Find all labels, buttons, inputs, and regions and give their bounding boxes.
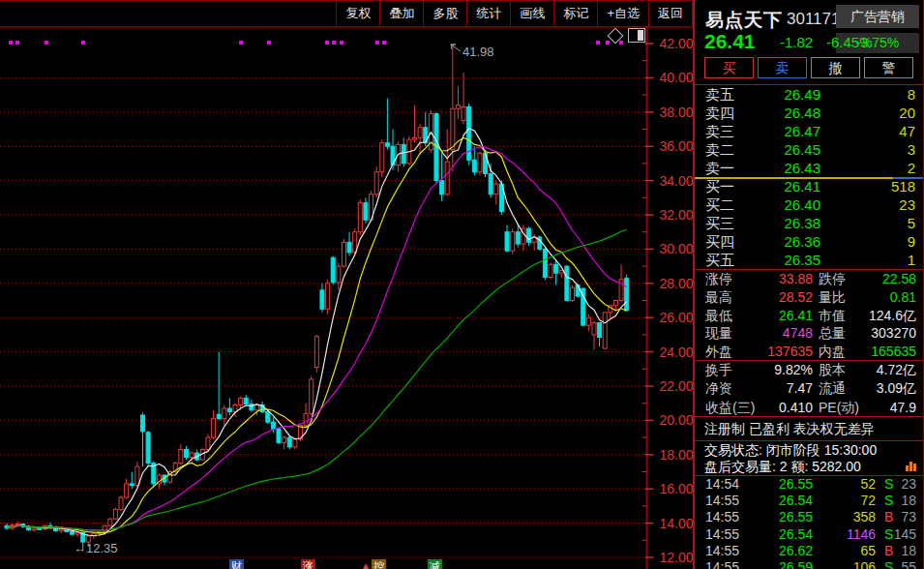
toolbar-button-biaoji[interactable]: 标记 — [553, 1, 597, 26]
stat-label: 量比 — [819, 288, 846, 307]
event-badge[interactable]: 减 — [428, 559, 442, 569]
mini-chart-icon[interactable] — [906, 460, 917, 471]
time-and-sales[interactable]: 14:54 26.55 52 S 2314:55 26.54 72 S 1814… — [695, 476, 923, 569]
tick-side: S — [884, 559, 893, 569]
stat-label: 内盘 — [819, 343, 846, 361]
last-price: 26.41 — [704, 30, 756, 53]
book-price[interactable]: 26.38 — [695, 214, 820, 232]
book-price[interactable]: 26.45 — [695, 140, 820, 159]
tick-count: 55 — [901, 559, 916, 569]
event-badge[interactable]: 控 — [372, 559, 386, 569]
axis-or-annotation-label: 38.00 — [660, 105, 694, 120]
candlestick-chart[interactable]: 42.0040.0038.0036.0034.0032.0030.0028.00… — [0, 0, 693, 569]
book-volume: 47 — [899, 122, 915, 140]
chart-toolbar: 复权 叠加 多股 统计 画线 标记 +自选 返回 — [0, 1, 693, 27]
book-volume: 518 — [891, 177, 915, 195]
tick-volume: 72 — [816, 493, 876, 509]
tick-volume: 106 — [816, 559, 876, 569]
stat-value: 9.82% — [695, 361, 813, 379]
toolbar-button-tongji[interactable]: 统计 — [466, 1, 510, 26]
tick-count: 23 — [901, 476, 916, 493]
price-change: -1.82 — [780, 34, 813, 50]
tick-price: 26.59 — [695, 559, 813, 569]
stat-value: 22.58 — [882, 270, 916, 288]
stat-row: 最低 26.41 市值 124.6亿 — [695, 307, 923, 325]
order-book-row[interactable]: 卖二 26.45 3 — [695, 140, 923, 159]
tick-row[interactable]: 14:55 26.54 72 S 18 — [695, 493, 923, 509]
event-badge[interactable]: 涨 — [301, 559, 315, 569]
tick-side: B — [884, 543, 893, 559]
sell-button[interactable]: 卖 — [758, 57, 807, 78]
axis-or-annotation-label: 18.00 — [660, 447, 694, 463]
toolbar-button-huaxian[interactable]: 画线 — [510, 1, 553, 26]
book-volume: 1 — [908, 251, 915, 269]
alert-button[interactable]: 警 — [864, 57, 913, 78]
stat-value: 137635 — [695, 343, 813, 361]
book-volume: 5 — [908, 214, 915, 232]
toolbar-button-fuquan[interactable]: 复权 — [336, 1, 379, 26]
stat-row: 现量 4748 总量 303270 — [695, 324, 923, 343]
toolbar-button-back[interactable]: 返回 — [648, 1, 693, 26]
order-book-row[interactable]: 卖三 26.47 47 — [695, 122, 923, 140]
sector-label[interactable]: 广告营销 — [836, 5, 919, 28]
tick-volume: 1146 — [816, 526, 876, 543]
pane-layout-icon[interactable] — [628, 28, 645, 43]
book-price[interactable]: 26.36 — [695, 232, 820, 251]
book-price[interactable]: 26.35 — [695, 251, 820, 269]
cancel-button[interactable]: 撤 — [811, 57, 860, 78]
toolbar-button-diejia[interactable]: 叠加 — [379, 1, 423, 26]
trading-app-window: 复权 叠加 多股 统计 画线 标记 +自选 返回 42.0040.0038.00… — [0, 0, 924, 569]
diamond-tool-icon[interactable] — [608, 27, 624, 44]
stat-label: 跌停 — [819, 270, 846, 288]
axis-or-annotation-label: ←12.35 — [74, 541, 118, 555]
order-book-row[interactable]: 卖一 26.43 2 — [695, 159, 923, 177]
tick-row[interactable]: 14:55 26.55 358 B 73 — [695, 509, 923, 525]
order-book-row[interactable]: 卖四 26.48 20 — [695, 104, 923, 122]
book-volume: 3 — [908, 140, 915, 159]
order-book-row[interactable]: 卖五 26.49 8 — [695, 85, 923, 104]
stat-value: 47.9 — [890, 399, 916, 417]
order-book-row[interactable]: 买一 26.41 518 — [695, 177, 923, 195]
tick-price: 26.55 — [695, 509, 813, 525]
tick-row[interactable]: 14:55 26.59 106 S 55 — [695, 559, 923, 569]
stock-code: 301171 — [787, 10, 840, 29]
stat-row: 净资 7.47 流通 3.09亿 — [695, 379, 923, 398]
toolbar-button-duogu[interactable]: 多股 — [423, 1, 466, 26]
stat-value: 0.81 — [890, 288, 916, 307]
after-hours-volume: 盘后交易量: 2 额: 5282.00 — [695, 458, 923, 475]
axis-or-annotation-label: 26.00 — [660, 310, 694, 325]
axis-or-annotation-label: 42.00 — [660, 36, 694, 51]
book-price[interactable]: 26.43 — [695, 159, 820, 177]
axis-or-annotation-label: 28.00 — [660, 276, 694, 291]
toolbar-button-add-watchlist[interactable]: +自选 — [597, 1, 648, 26]
book-price[interactable]: 26.41 — [695, 177, 820, 195]
book-price[interactable]: 26.40 — [695, 195, 820, 214]
order-book-row[interactable]: 买二 26.40 23 — [695, 195, 923, 214]
tick-row[interactable]: 14:55 26.54 1146 S 145 — [695, 526, 923, 543]
stat-row: 涨停 33.88 跌停 22.58 — [695, 270, 923, 288]
tick-row[interactable]: 14:55 26.62 65 B 18 — [695, 543, 923, 559]
book-volume: 8 — [908, 85, 915, 104]
book-price[interactable]: 26.49 — [695, 85, 820, 104]
stat-value: 303270 — [871, 324, 916, 343]
stat-value: 3.09亿 — [877, 379, 916, 398]
tick-row[interactable]: 14:54 26.55 52 S 23 — [695, 476, 923, 493]
order-book-row[interactable]: 买五 26.35 1 — [695, 251, 923, 269]
tick-side: S — [884, 526, 893, 543]
book-price[interactable]: 26.48 — [695, 104, 820, 122]
order-book-row[interactable]: 买三 26.38 5 — [695, 214, 923, 232]
tick-side: S — [884, 493, 893, 509]
tick-price: 26.54 — [695, 493, 813, 509]
tick-count: 73 — [901, 509, 916, 525]
event-badge[interactable]: 财 — [229, 559, 244, 569]
book-price[interactable]: 26.47 — [695, 122, 820, 140]
stat-row: 收益(三) 0.410 PE(动) 47.9 — [695, 399, 923, 417]
axis-or-annotation-label: 36.00 — [660, 138, 694, 154]
axis-or-annotation-label: 41.98 — [462, 45, 494, 59]
order-book-row[interactable]: 买四 26.36 9 — [695, 232, 923, 251]
buy-button[interactable]: 买 — [704, 57, 754, 78]
kline-svg[interactable]: 42.0040.0038.0036.0034.0032.0030.0028.00… — [0, 0, 693, 569]
axis-or-annotation-label: 32.00 — [660, 207, 694, 223]
book-volume: 20 — [899, 104, 915, 122]
axis-or-annotation-label: 12.00 — [660, 550, 694, 565]
